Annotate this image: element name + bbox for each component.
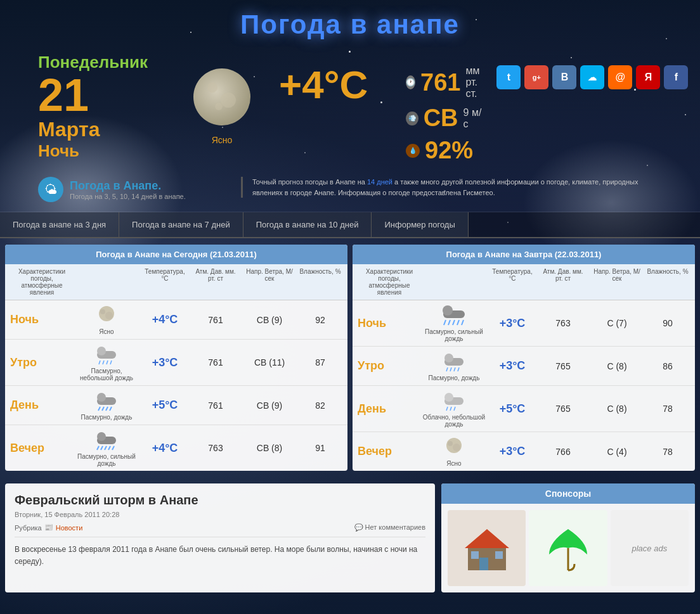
svg-line-16 bbox=[102, 407, 104, 411]
google-button[interactable]: g+ bbox=[524, 65, 548, 89]
humidity-evening-tmr: 78 bbox=[645, 447, 690, 457]
svg-point-45 bbox=[448, 441, 453, 446]
col-temp-tmr bbox=[421, 267, 487, 297]
svg-point-6 bbox=[105, 312, 113, 319]
condition-icon-evening-tmr bbox=[441, 436, 467, 458]
pressure-day-tmr: 765 bbox=[538, 404, 588, 414]
month-name: Марта bbox=[38, 118, 165, 141]
svg-line-24 bbox=[108, 446, 110, 450]
table-row: Утро Пасмурно, дождь +3°C 765 С (8) 86 bbox=[353, 347, 695, 386]
pressure-row: 🕐 761 мм рт. ст. bbox=[406, 65, 484, 99]
mail-button[interactable]: @ bbox=[608, 65, 632, 89]
forecast-link[interactable]: 14 дней bbox=[367, 178, 392, 186]
humidity-morning-tmr: 86 bbox=[645, 361, 690, 371]
col-press2-tmr: Атм. Дав. мм. рт. ст bbox=[538, 267, 588, 297]
news-section: Февральский шторм в Анапе Вторник, 15 Фе… bbox=[5, 483, 435, 592]
temp-day-tmr: +5°C bbox=[487, 402, 538, 416]
svg-point-5 bbox=[100, 309, 105, 314]
tab-7days[interactable]: Погода в анапе на 7 дней bbox=[119, 212, 243, 237]
vk-button[interactable]: В bbox=[552, 65, 576, 89]
page-title: Погода в анапе bbox=[0, 10, 700, 40]
news-category-icon: 📰 bbox=[44, 523, 53, 532]
news-category-link[interactable]: Новости bbox=[56, 524, 83, 532]
wind-day-tmr: С (8) bbox=[588, 404, 645, 414]
twitter-button[interactable]: t bbox=[496, 65, 521, 89]
svg-line-11 bbox=[107, 361, 108, 364]
place-ads[interactable]: place ads bbox=[611, 510, 689, 586]
tomorrow-col-headers: Характеристики погоды, атмосферные явлен… bbox=[353, 264, 695, 300]
tab-10days[interactable]: Погода в анапе на 10 дней bbox=[243, 212, 372, 237]
svg-line-37 bbox=[454, 368, 455, 371]
svg-line-29 bbox=[448, 320, 450, 325]
tab-informer[interactable]: Информер погоды bbox=[372, 212, 468, 237]
condition-icon-day bbox=[94, 390, 119, 412]
sponsors-content: place ads bbox=[441, 504, 695, 592]
skype-button[interactable]: ☁ bbox=[580, 65, 604, 89]
wind-day-today: СВ (9) bbox=[241, 400, 298, 411]
sponsors-section: Спонсоры bbox=[441, 483, 695, 592]
news-meta: Рубрика 📰 Новости 💬 Нет комментариев bbox=[15, 523, 425, 537]
svg-line-12 bbox=[110, 361, 112, 364]
pressure-night-tmr: 763 bbox=[538, 318, 588, 328]
facebook-button[interactable]: f bbox=[664, 65, 688, 89]
col-temp bbox=[74, 267, 139, 297]
svg-line-10 bbox=[103, 361, 104, 364]
svg-rect-51 bbox=[495, 551, 503, 559]
pressure-morning-tmr: 765 bbox=[538, 361, 588, 371]
tab-3days[interactable]: Погода в анапе на 3 дня bbox=[0, 212, 119, 237]
temp-evening-today: +4°C bbox=[139, 442, 190, 455]
pressure-evening-today: 763 bbox=[190, 443, 241, 453]
wind-unit: 9 м/с bbox=[463, 107, 484, 130]
table-row: День Облачно, небольшой дождь +5°C 765 С… bbox=[353, 386, 695, 432]
social-section: t g+ В ☁ @ Я f bbox=[496, 53, 688, 89]
wind-evening-today: СВ (8) bbox=[241, 443, 298, 453]
logo-section: 🌤 Погода в Анапе. Погода на 3, 5, 10, 14… bbox=[0, 170, 700, 212]
pressure-unit: мм рт. ст. bbox=[465, 65, 484, 99]
pressure-icon: 🕐 bbox=[406, 75, 415, 89]
period-evening-tmr: Вечер bbox=[358, 445, 421, 458]
condition-icon-morning-tmr bbox=[441, 350, 467, 373]
svg-point-27 bbox=[443, 305, 453, 316]
period-day-tmr: День bbox=[358, 402, 421, 416]
table-row: Ночь Пасмурно, сильный дождь +3°C 763 bbox=[353, 300, 695, 347]
svg-line-28 bbox=[444, 320, 446, 325]
pressure-night-today: 761 bbox=[190, 315, 241, 325]
day-number: 21 bbox=[38, 72, 165, 118]
humidity-value: 92% bbox=[425, 137, 473, 164]
table-row: Ночь Ясно +4°C 761 СВ (9) 92 bbox=[5, 300, 347, 340]
svg-point-46 bbox=[453, 444, 460, 451]
col-pressure: Температура, °С bbox=[139, 267, 190, 297]
sponsor-image-1[interactable] bbox=[448, 510, 526, 586]
pressure-morning-today: 761 bbox=[190, 357, 241, 368]
condition-night-today: Ясно bbox=[74, 304, 139, 335]
condition-icon-night-tmr bbox=[441, 304, 467, 326]
temp-night-today: +4°C bbox=[139, 313, 190, 326]
news-text: В воскресенье 13 февраля 2011 года в Ана… bbox=[15, 544, 425, 568]
moon-icon bbox=[190, 65, 254, 129]
condition-evening-today: Пасмурно, сильный дождь bbox=[74, 429, 139, 467]
weather-condition: Ясно bbox=[212, 135, 233, 145]
weather-tables: Погода в Анапе на Сегодня (21.03.2011) Х… bbox=[0, 238, 700, 477]
logo-area: 🌤 Погода в Анапе. Погода на 3, 5, 10, 14… bbox=[38, 177, 228, 202]
pressure-day-today: 761 bbox=[190, 400, 241, 411]
sponsor-image-2[interactable] bbox=[529, 510, 607, 586]
pressure-value: 761 bbox=[420, 69, 460, 96]
period-day-today: День bbox=[10, 399, 74, 412]
svg-line-23 bbox=[105, 446, 107, 450]
col-hum-tmr: Влажность, % bbox=[645, 267, 690, 297]
svg-line-22 bbox=[101, 446, 103, 450]
condition-icon-night bbox=[94, 304, 119, 326]
temp-evening-tmr: +3°C bbox=[487, 445, 538, 458]
yandex-button[interactable]: Я bbox=[636, 65, 660, 89]
svg-rect-50 bbox=[471, 551, 479, 559]
period-morning-today: Утро bbox=[10, 356, 74, 369]
svg-line-38 bbox=[458, 368, 459, 371]
period-night-today: Ночь bbox=[10, 313, 74, 326]
col-humidity: Влажность, % bbox=[298, 267, 342, 297]
humidity-morning-today: 87 bbox=[298, 357, 342, 368]
period-morning-tmr: Утро bbox=[358, 359, 421, 373]
news-comments-label: Нет комментариев bbox=[365, 523, 425, 531]
svg-point-8 bbox=[97, 347, 106, 355]
col-characteristics: Характеристики погоды, атмосферные явлен… bbox=[10, 267, 74, 297]
svg-line-35 bbox=[446, 368, 448, 371]
